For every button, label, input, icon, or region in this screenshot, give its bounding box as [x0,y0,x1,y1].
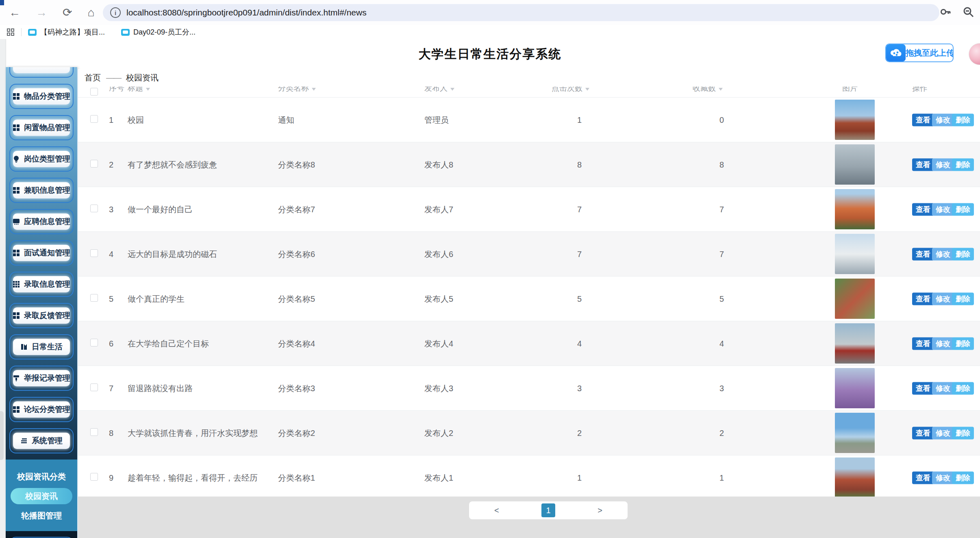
sidebar-item-interview-notice[interactable]: 面试通知管理 [9,240,74,266]
edit-button[interactable]: 修改 [932,113,954,126]
current-page-button[interactable]: 1 [541,503,555,517]
grid-icon [13,124,20,131]
col-header-clicks[interactable]: 点击次数 [552,87,589,94]
password-key-icon[interactable] [939,6,952,18]
view-button[interactable]: 查看 [912,471,934,484]
avatar[interactable] [969,43,980,65]
news-image [835,144,875,185]
row-checkbox[interactable] [90,473,98,481]
refresh-icon[interactable]: ⟳ [63,7,72,18]
sidebar-item-system-management[interactable]: 系统管理 [9,428,74,453]
delete-button[interactable]: 删除 [952,203,974,216]
home-icon[interactable]: ⌂ [87,7,94,18]
zoom-icon[interactable] [962,6,974,18]
col-header-favorites[interactable]: 收藏数 [693,87,723,94]
sidebar-item-partial[interactable] [9,67,74,78]
filter-icon[interactable] [585,88,589,91]
sidebar-item-admission-feedback[interactable]: 录取反馈管理 [9,303,74,328]
sidebar-item-goods-category[interactable]: 物品分类管理 [9,84,74,109]
row-checkbox[interactable] [90,383,98,391]
upload-dropzone[interactable]: 拖拽至此上传 [885,44,954,62]
edit-button[interactable]: 修改 [932,471,954,484]
breadcrumb-home[interactable]: 首页 [85,72,101,83]
forward-icon[interactable]: → [36,7,47,18]
sidebar-item-label: 闲置物品管理 [24,122,70,133]
sidebar-item-apply-info[interactable]: 应聘信息管理 [9,209,74,234]
prev-page-button[interactable]: < [494,506,499,515]
filter-icon[interactable] [719,88,723,91]
delete-button[interactable]: 删除 [952,248,974,260]
sidebar-item-job-type[interactable]: 岗位类型管理 [9,146,74,172]
url-text[interactable]: localhost:8080/springbootjre0p091/admin/… [126,8,367,17]
row-checkbox[interactable] [90,160,98,168]
window-left-edge [0,39,6,538]
delete-button[interactable]: 删除 [952,113,974,126]
sidebar-item-forum-category[interactable]: 论坛分类管理 [9,397,74,422]
sidebar-item-admission-info[interactable]: 录取信息管理 [9,272,74,297]
view-button[interactable]: 查看 [912,113,934,126]
apps-grid-icon[interactable] [7,28,15,36]
view-button[interactable]: 查看 [912,158,934,171]
row-checkbox[interactable] [90,205,98,212]
col-header-publisher[interactable]: 发布人 [424,87,454,94]
bookmark-item[interactable]: 【码神之路】项目... [28,27,105,37]
edit-button[interactable]: 修改 [932,158,954,171]
page-info-icon[interactable]: i [110,7,121,18]
filter-icon[interactable] [450,88,454,91]
news-image [835,413,875,453]
breadcrumb: 首页 —— 校园资讯 [78,69,980,87]
view-button[interactable]: 查看 [912,427,934,439]
row-checkbox[interactable] [90,249,98,257]
delete-button[interactable]: 删除 [952,471,974,484]
sidebar-item-label: 兼职信息管理 [24,185,70,196]
delete-button[interactable]: 删除 [952,427,974,439]
row-checkbox[interactable] [90,428,98,436]
back-icon[interactable]: ← [9,7,20,18]
table-body: 1 校园 通知 管理员 1 0 查看 修改 删除 2 有了梦想就不会感到疲惫 分… [78,98,980,500]
sidebar-item-label: 录取反馈管理 [24,310,70,321]
sidebar-item-parttime-info[interactable]: 兼职信息管理 [9,178,74,203]
bookmark-label: Day02-09-员工分... [133,27,196,37]
submenu-item-carousel[interactable]: 轮播图管理 [11,508,72,524]
view-button[interactable]: 查看 [912,292,934,305]
col-header-title[interactable]: 标题 [128,87,150,94]
delete-button[interactable]: 删除 [952,337,974,350]
submenu-item-news-category[interactable]: 校园资讯分类 [11,468,72,485]
cell-publisher: 管理员 [424,114,449,125]
cell-clicks: 7 [577,249,582,259]
select-all-checkbox[interactable] [90,88,98,96]
edit-button[interactable]: 修改 [932,382,954,394]
filter-icon[interactable] [146,88,150,91]
delete-button[interactable]: 删除 [952,292,974,305]
delete-button[interactable]: 删除 [952,158,974,171]
sidebar-item-idle-goods[interactable]: 闲置物品管理 [9,115,74,140]
view-button[interactable]: 查看 [912,337,934,350]
cell-category: 分类名称7 [278,204,315,215]
row-checkbox[interactable] [90,339,98,346]
submenu-item-campus-news[interactable]: 校园资讯 [11,488,72,504]
table-row: 6 在大学给自己定个目标 分类名称4 发布人4 4 4 查看 修改 删除 [78,321,980,366]
col-header-actions: 操作 [912,87,928,94]
filter-icon[interactable] [312,88,316,91]
bookmark-item[interactable]: Day02-09-员工分... [121,27,196,37]
edit-button[interactable]: 修改 [932,292,954,305]
delete-button[interactable]: 删除 [952,382,974,394]
cell-index: 6 [109,339,113,348]
row-checkbox[interactable] [90,115,98,123]
sidebar-item-daily-life[interactable]: 日常生活 [9,334,74,359]
view-button[interactable]: 查看 [912,248,934,260]
next-page-button[interactable]: > [598,506,602,515]
edit-button[interactable]: 修改 [932,427,954,439]
sidebar-item-report-records[interactable]: 举报记录管理 [9,366,74,391]
row-checkbox[interactable] [90,294,98,302]
edit-button[interactable]: 修改 [932,203,954,216]
table-row: 7 留退路就没有出路 分类名称3 发布人3 3 3 查看 修改 删除 [78,366,980,411]
view-button[interactable]: 查看 [912,203,934,216]
address-bar[interactable]: i localhost:8080/springbootjre0p091/admi… [103,4,939,21]
edit-button[interactable]: 修改 [932,337,954,350]
cell-publisher: 发布人3 [424,383,453,394]
cell-clicks: 1 [577,115,582,124]
view-button[interactable]: 查看 [912,382,934,394]
col-header-category[interactable]: 分类名称 [278,87,316,94]
edit-button[interactable]: 修改 [932,248,954,260]
